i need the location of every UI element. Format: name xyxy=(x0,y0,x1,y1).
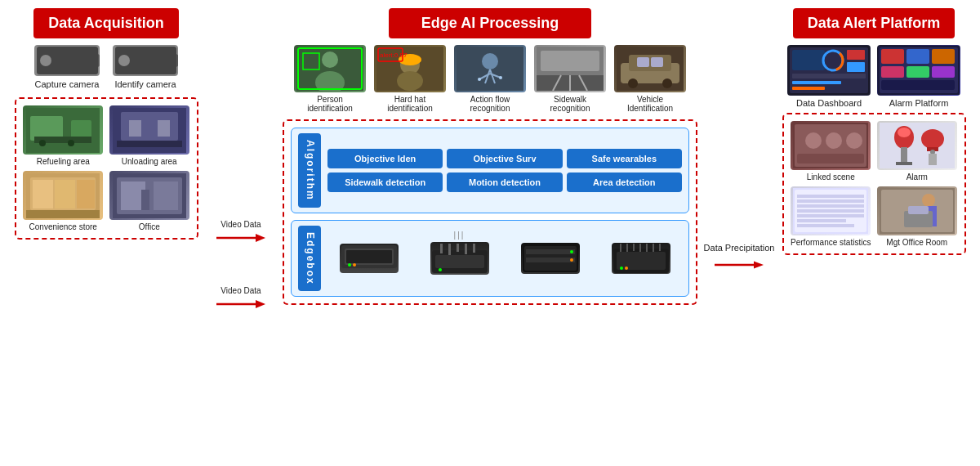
svg-rect-56 xyxy=(637,57,649,67)
svg-point-44 xyxy=(499,76,502,79)
mgt-office-image xyxy=(877,186,957,235)
linked-scene-label: Linked scene xyxy=(807,173,855,181)
svg-rect-50 xyxy=(541,51,599,71)
svg-rect-130 xyxy=(797,214,864,217)
linked-scene-image xyxy=(791,121,871,170)
svg-point-86 xyxy=(620,267,623,270)
device-2-image xyxy=(430,242,489,275)
svg-rect-132 xyxy=(797,224,854,227)
action-flow-image xyxy=(454,45,526,92)
action-flow-label: Action flow recognition xyxy=(454,95,526,113)
svg-point-113 xyxy=(846,132,862,149)
svg-rect-10 xyxy=(117,141,182,147)
edgebox-label: Edgebox xyxy=(298,226,321,292)
svg-rect-138 xyxy=(908,206,929,214)
data-precipitation-label: Data Precipitation xyxy=(704,243,775,253)
device-3-image xyxy=(521,243,580,274)
svg-rect-115 xyxy=(880,123,955,168)
svg-rect-13 xyxy=(33,180,53,208)
svg-rect-129 xyxy=(797,209,864,213)
svg-rect-98 xyxy=(847,50,865,60)
sidewalk-rec-image xyxy=(534,45,606,92)
algorithm-box: Algorithm Objective Iden Objective Surv … xyxy=(291,128,689,213)
svg-rect-102 xyxy=(881,49,904,64)
algo-btn-motion: Motion detection xyxy=(447,173,562,192)
svg-rect-74 xyxy=(526,258,575,262)
capture-camera-image xyxy=(34,45,100,76)
svg-point-87 xyxy=(625,267,628,270)
mgt-office-label: Mgt Office Room xyxy=(886,238,947,247)
svg-rect-14 xyxy=(55,180,75,208)
svg-rect-82 xyxy=(646,244,648,252)
platform-top-row: Data Dashboard Alarm Platform xyxy=(787,45,960,108)
capture-camera-item: Capture camera xyxy=(34,45,100,89)
svg-rect-68 xyxy=(473,244,475,253)
svg-rect-107 xyxy=(932,66,955,78)
svg-rect-64 xyxy=(440,244,443,253)
svg-rect-118 xyxy=(901,147,907,164)
svg-point-75 xyxy=(570,250,573,253)
convenience-store-label: Convenience store xyxy=(29,222,97,231)
video-data-arrow-1: Video Data xyxy=(216,220,265,245)
data-precipitation-arrow: Data Precipitation xyxy=(704,243,775,272)
alarm-platform-label: Alarm Platform xyxy=(889,98,949,108)
vehicle-id-label: Vehicle Identification xyxy=(614,95,686,113)
svg-rect-67 xyxy=(465,244,467,254)
identify-camera-image xyxy=(113,45,178,76)
sidewalk-rec-item: Sidewalk recognition xyxy=(534,45,606,113)
svg-rect-66 xyxy=(457,244,459,252)
svg-point-5 xyxy=(68,140,74,146)
algorithm-label: Algorithm xyxy=(298,133,321,208)
arrow-right-icon-2 xyxy=(216,297,265,311)
svg-rect-21 xyxy=(141,190,149,210)
right-dashed-box: Linked scene xyxy=(782,113,966,255)
person-id-image xyxy=(294,45,366,92)
perf-stats-image xyxy=(791,186,871,235)
svg-rect-80 xyxy=(633,244,635,251)
svg-rect-104 xyxy=(932,49,955,64)
mid-to-right-arrow: Data Precipitation xyxy=(702,8,776,458)
svg-point-61 xyxy=(348,263,351,267)
arrow-right-icon-1 xyxy=(216,231,265,245)
svg-marker-89 xyxy=(754,261,764,268)
svg-rect-85 xyxy=(617,252,666,270)
vehicle-id-item: Vehicle Identification xyxy=(614,45,686,113)
cameras-row: Capture camera Identify camera xyxy=(34,45,178,89)
svg-rect-106 xyxy=(906,66,929,78)
svg-rect-57 xyxy=(651,57,663,67)
identify-camera-label: Identify camera xyxy=(114,79,176,89)
alarm-device-image xyxy=(877,121,957,170)
video-data-label-1: Video Data xyxy=(220,220,261,229)
svg-rect-103 xyxy=(906,49,929,64)
svg-point-55 xyxy=(662,78,672,88)
scenes-grid: Refueling area Unloading area xyxy=(23,105,190,231)
edge-ai-header: Edge AI Processing xyxy=(389,8,591,38)
svg-point-62 xyxy=(353,263,356,267)
data-alert-section: Data Alert Platform Data Dashboard xyxy=(776,8,972,458)
svg-rect-131 xyxy=(797,219,846,222)
svg-rect-128 xyxy=(797,204,864,208)
linked-scene-item: Linked scene xyxy=(791,121,872,181)
svg-text:alert:0.87: alert:0.87 xyxy=(380,52,408,59)
capture-camera-label: Capture camera xyxy=(35,79,100,89)
svg-rect-99 xyxy=(847,62,865,72)
svg-point-76 xyxy=(570,258,573,262)
data-dashboard-item: Data Dashboard xyxy=(787,45,871,108)
mgt-office-item: Mgt Office Room xyxy=(876,186,958,247)
mid-dashed-box: Algorithm Objective Iden Objective Surv … xyxy=(283,119,697,305)
unloading-area-image xyxy=(109,105,189,155)
alarm-device-item: Alarm xyxy=(876,121,958,181)
svg-rect-60 xyxy=(346,250,392,263)
scenes-dashed-box: Refueling area Unloading area xyxy=(15,97,198,240)
perf-stats-label: Performance statistics xyxy=(791,238,871,247)
svg-point-135 xyxy=(922,194,935,207)
svg-rect-84 xyxy=(659,244,661,251)
svg-rect-78 xyxy=(620,244,621,252)
svg-point-70 xyxy=(439,268,442,271)
svg-rect-123 xyxy=(929,154,937,165)
svg-rect-96 xyxy=(792,81,841,84)
office-item: Office xyxy=(109,171,190,231)
refueling-area-item: Refueling area xyxy=(23,105,105,166)
data-alert-header: Data Alert Platform xyxy=(793,8,955,38)
svg-rect-65 xyxy=(448,244,451,255)
